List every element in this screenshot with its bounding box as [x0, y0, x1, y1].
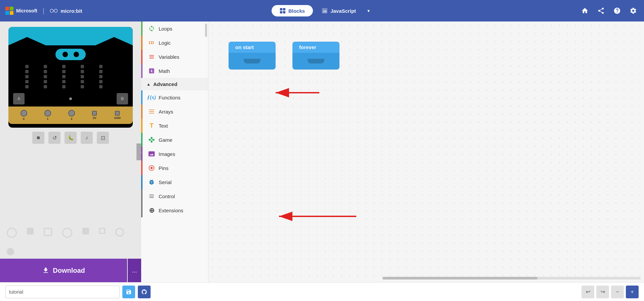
settings-icon[interactable] [628, 5, 639, 16]
download-more-button[interactable]: ... [128, 259, 141, 282]
zoom-in-button[interactable]: + [626, 286, 639, 298]
home-icon[interactable] [579, 5, 590, 16]
toolbox-panel: Loops Logic Variables Math ▲ Advanced [141, 22, 208, 282]
toolbox-item-logic[interactable]: Logic [141, 36, 208, 50]
save-icon [126, 289, 132, 295]
header: Microsoft | micro:bit Blocks JS JavaScri… [0, 0, 644, 22]
logo-separator: | [43, 7, 44, 15]
logo-area: Microsoft | micro:bit [5, 7, 82, 15]
simulator-controls: ■ ↺ 🐛 ♪ ⊡ [32, 132, 109, 144]
js-icon: JS [322, 8, 328, 14]
toolbox-item-logic-label: Logic [159, 40, 171, 46]
sim-debug-button[interactable]: 🐛 [65, 132, 77, 144]
svg-rect-10 [283, 11, 285, 13]
toolbox-item-serial-label: Serial [159, 179, 171, 185]
main-area: A B 0 1 2 3V [0, 22, 644, 282]
help-icon[interactable] [612, 5, 622, 16]
microbit-device: A B 0 1 2 3V [8, 27, 133, 128]
arrays-icon [148, 108, 155, 115]
toolbox-item-arrays[interactable]: Arrays [141, 104, 208, 119]
header-right-icons [579, 5, 639, 16]
toolbox-item-game[interactable]: Game [141, 133, 208, 147]
images-icon [148, 150, 155, 158]
sim-restart-button[interactable]: ↺ [48, 132, 61, 144]
sim-stop-button[interactable]: ■ [32, 132, 44, 144]
svg-rect-1 [10, 7, 13, 10]
download-button[interactable]: Download [0, 259, 127, 282]
toolbox-item-text-label: Text [159, 123, 168, 129]
tab-blocks-label: Blocks [288, 8, 305, 14]
header-tabs: Blocks JS JavaScript ▾ [272, 5, 372, 16]
text-icon: T [148, 122, 155, 129]
svg-rect-8 [283, 8, 285, 10]
toolbox-item-extensions[interactable]: ⊕ Extensions [141, 203, 208, 217]
tab-js-button[interactable]: JS JavaScript [314, 5, 364, 16]
toolbox-item-math-label: Math [159, 68, 170, 74]
share-icon[interactable] [596, 5, 606, 16]
tab-dropdown-button[interactable]: ▾ [365, 5, 372, 16]
toolbox-item-functions-label: Functions [159, 95, 180, 100]
bottom-bar: ↩ ↪ − + [0, 282, 644, 301]
toolbox-item-pins[interactable]: Pins [141, 161, 208, 175]
github-icon [141, 289, 147, 295]
undo-button[interactable]: ↩ [581, 286, 594, 298]
workspace-scrollbar[interactable] [383, 277, 641, 280]
block-forever-label: forever [299, 44, 316, 50]
workspace-action-buttons: ↩ ↪ − + [581, 286, 639, 298]
toolbox-item-variables-label: Variables [159, 54, 179, 60]
toolbox-item-loops[interactable]: Loops [141, 22, 208, 36]
save-button[interactable] [122, 286, 135, 298]
project-name-input[interactable] [5, 286, 120, 298]
redo-button[interactable]: ↪ [596, 286, 609, 298]
workspace-scrollbar-thumb[interactable] [383, 277, 537, 280]
collapse-simulator-button[interactable]: ‹ [136, 143, 141, 160]
tab-blocks-button[interactable]: Blocks [272, 5, 313, 16]
svg-rect-3 [10, 11, 13, 15]
github-button[interactable] [138, 286, 151, 298]
serial-icon [148, 178, 155, 186]
toolbox-item-serial[interactable]: Serial [141, 175, 208, 189]
block-on-start[interactable]: on start [229, 42, 276, 70]
download-icon [42, 267, 49, 274]
extensions-icon: ⊕ [148, 207, 155, 214]
blocks-icon [280, 8, 286, 14]
toolbox-item-functions[interactable]: ƒ(x) Functions [141, 90, 208, 104]
svg-point-14 [151, 167, 153, 169]
toolbox-item-images-label: Images [159, 151, 175, 157]
toolbox-item-variables[interactable]: Variables [141, 50, 208, 64]
control-icon [148, 192, 155, 200]
sim-sound-button[interactable]: ♪ [81, 132, 93, 144]
svg-rect-7 [280, 8, 282, 10]
microsoft-logo [5, 7, 13, 15]
toolbox-item-math[interactable]: Math [141, 64, 208, 78]
svg-rect-0 [5, 7, 9, 10]
microsoft-label: Microsoft [16, 8, 37, 13]
toolbox-advanced-toggle[interactable]: ▲ Advanced [141, 78, 208, 90]
toolbox-item-loops-label: Loops [159, 26, 172, 32]
advanced-chevron-icon: ▲ [147, 82, 151, 87]
block-forever[interactable]: forever [292, 42, 339, 70]
svg-point-5 [54, 9, 57, 12]
svg-text:JS: JS [323, 10, 327, 13]
sim-screenshot-button[interactable]: ⊡ [97, 132, 109, 144]
svg-rect-9 [280, 11, 282, 13]
tab-js-label: JavaScript [330, 8, 356, 14]
variables-icon [148, 53, 155, 60]
toolbox-advanced-label: Advanced [153, 81, 177, 87]
microbit-logo-icon [50, 8, 58, 13]
toolbox-item-extensions-label: Extensions [159, 208, 183, 213]
toolbox-item-text[interactable]: T Text [141, 119, 208, 133]
workspace-area: on start forever [208, 22, 644, 282]
zoom-out-button[interactable]: − [611, 286, 624, 298]
download-label: Download [53, 267, 85, 274]
math-icon [148, 67, 155, 75]
loops-icon [148, 25, 155, 32]
simulator-panel: A B 0 1 2 3V [0, 22, 141, 282]
toolbox-item-images[interactable]: Images [141, 147, 208, 161]
toolbox-item-pins-label: Pins [159, 165, 168, 171]
svg-rect-2 [5, 11, 9, 15]
functions-icon: ƒ(x) [148, 94, 155, 101]
svg-point-4 [50, 9, 53, 12]
toolbox-item-control[interactable]: Control [141, 189, 208, 203]
toolbox-item-arrays-label: Arrays [159, 109, 173, 115]
